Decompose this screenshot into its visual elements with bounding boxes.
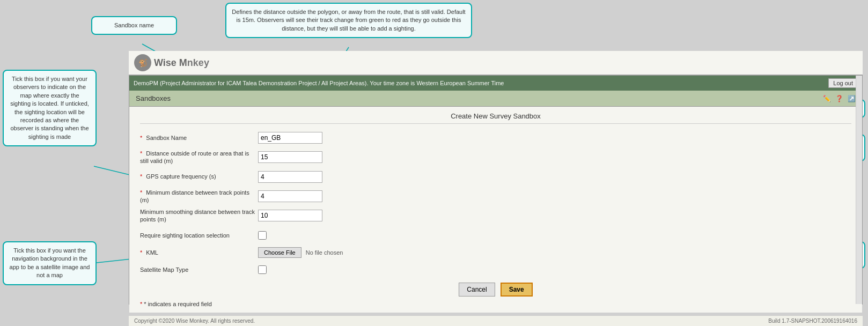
app-header: 🐒 Wise Mnkey [129,51,863,75]
action-row: Cancel Save [140,283,851,297]
logo-text: Wise Mnkey [154,57,209,69]
sandboxes-title: Sandboxes [136,94,171,102]
field-gps-frequency: * GPS capture frequency (s) [140,169,851,184]
logout-button[interactable]: Log out [828,78,858,88]
field-distance-outside: * Distance outside of route or area that… [140,150,851,165]
choose-file-button[interactable]: Choose File [258,247,301,258]
required-star-2: * [140,150,142,157]
required-star: * [140,135,142,141]
checkbox-satellite-map[interactable] [258,265,267,274]
required-note: * * indicates a required field [140,301,851,307]
app-container: DemoPM (Project Administrator for ICAM T… [129,75,863,305]
tooltip-observers: Tick this box if you want your observers… [3,70,97,146]
export-icon[interactable]: ↗️ [848,95,856,102]
label-min-distance-track: * Minimum distance between track points … [140,189,258,204]
input-distance-outside[interactable] [258,151,322,163]
label-sandbox-name: * Sandbox Name [140,134,258,142]
sandboxes-actions: ✏️ ❓ ↗️ [823,95,856,102]
tooltip-polygon-distance: Defines the distance outside the polygon… [225,3,472,38]
label-satellite-map: Satellite Map Type [140,266,258,273]
input-min-distance-track[interactable] [258,190,322,202]
field-kml: * KML Choose File No file chosen [140,247,851,258]
help-icon[interactable]: ❓ [835,95,843,102]
edit-icon[interactable]: ✏️ [823,95,831,102]
required-star-4: * [140,189,142,196]
field-min-smoothing: Minimum smoothing distance between track… [140,208,851,224]
label-min-smoothing: Minimum smoothing distance between track… [140,208,258,224]
label-require-sighting: Require sighting location selection [140,232,258,239]
input-gps-frequency[interactable] [258,171,322,183]
logo-icon: 🐒 [134,54,151,71]
field-sandbox-name: * Sandbox Name [140,130,851,145]
checkbox-require-sighting[interactable] [258,231,267,240]
user-info: DemoPM (Project Administrator for ICAM T… [134,80,504,86]
scrollbar[interactable] [856,76,862,304]
label-kml: * KML [140,249,258,256]
copyright: Copyright ©2020 Wise Monkey. All rights … [134,318,255,324]
form-container: Create New Survey Sandbox * Sandbox Name… [129,107,862,313]
required-star-note: * [140,301,142,307]
label-gps-frequency: * GPS capture frequency (s) [140,173,258,180]
field-require-sighting: Require sighting location selection [140,228,851,243]
tooltip-sandbox-name: Sandbox name [91,16,177,35]
form-title: Create New Survey Sandbox [140,112,851,124]
header-bar: DemoPM (Project Administrator for ICAM T… [129,76,862,91]
field-satellite-map: Satellite Map Type [140,262,851,277]
required-star-3: * [140,173,142,180]
field-min-distance-track: * Minimum distance between track points … [140,189,851,204]
sandboxes-bar: Sandboxes ✏️ ❓ ↗️ [129,91,862,107]
input-min-smoothing[interactable] [258,210,322,221]
build-info: Build 1.7-SNAPSHOT.200619164016 [768,318,857,324]
tooltip-satellite: Tick this box if you want the navigation… [3,241,97,285]
logo: 🐒 Wise Mnkey [129,54,215,71]
no-file-label: No file chosen [306,249,343,256]
cancel-button[interactable]: Cancel [459,283,495,297]
input-sandbox-name[interactable] [258,132,322,144]
footer: Copyright ©2020 Wise Monkey. All rights … [129,315,863,326]
required-star-5: * [140,249,142,256]
label-distance-outside: * Distance outside of route or area that… [140,150,258,165]
save-button[interactable]: Save [501,283,533,297]
